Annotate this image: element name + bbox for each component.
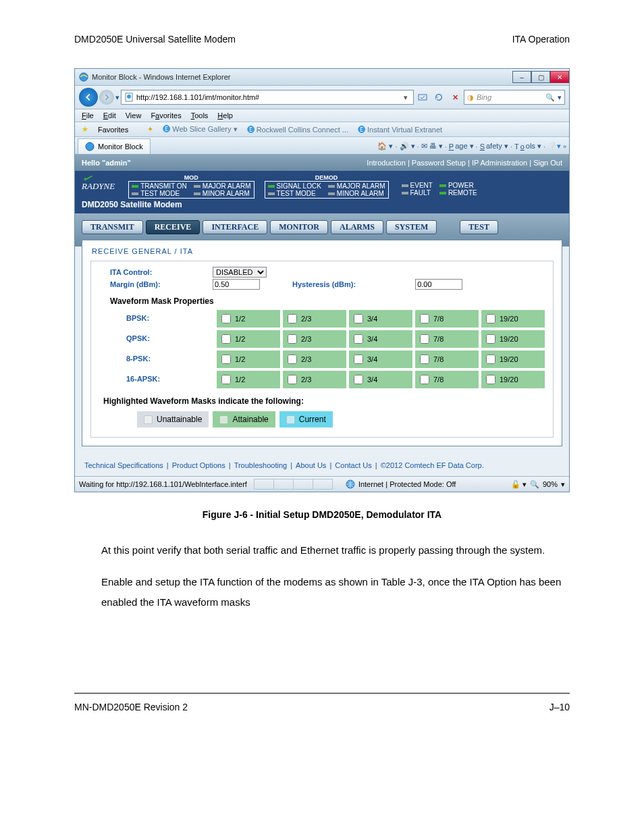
search-box[interactable]: ◑ Bing 🔍 ▾ xyxy=(464,90,565,105)
read-mail-icon[interactable]: ✉ xyxy=(421,142,427,151)
suggested-sites-icon[interactable]: ✦ xyxy=(147,125,153,134)
menu-tools[interactable]: Tools xyxy=(191,111,209,120)
tab-test[interactable]: TEST xyxy=(460,220,498,234)
16apsk-78[interactable]: 7/8 xyxy=(415,371,479,388)
16apsk-12[interactable]: 1/2 xyxy=(217,371,280,388)
led-fault xyxy=(402,192,408,194)
stop-icon[interactable]: ✕ xyxy=(448,90,462,104)
menu-file[interactable]: File xyxy=(82,111,94,120)
url-input[interactable] xyxy=(136,93,401,101)
8psk-1920[interactable]: 19/20 xyxy=(481,350,545,368)
expand-icon[interactable]: » xyxy=(563,143,566,150)
8psk-12[interactable]: 1/2 xyxy=(217,350,280,368)
tab-interface[interactable]: INTERFACE xyxy=(203,220,267,234)
menu-edit[interactable]: Edit xyxy=(103,111,116,120)
led-transmit-on xyxy=(132,185,138,188)
menu-view[interactable]: View xyxy=(126,111,142,120)
svg-point-4 xyxy=(86,142,94,151)
qpsk-78[interactable]: 7/8 xyxy=(415,330,479,348)
page-icon xyxy=(124,93,134,102)
header-links[interactable]: Introduction | Password Setup | IP Admin… xyxy=(367,159,562,167)
zoom-level[interactable]: 90% xyxy=(543,480,558,488)
waveform-title: Waveform Mask Properties xyxy=(99,290,545,310)
led-mod-major xyxy=(194,185,200,188)
qpsk-1920[interactable]: 19/20 xyxy=(481,330,545,348)
led-remote xyxy=(439,192,446,194)
qpsk-12[interactable]: 1/2 xyxy=(217,330,280,348)
browser-tab[interactable]: Monitor Block xyxy=(78,138,151,154)
home-icon[interactable]: 🏠 ▾ xyxy=(377,142,393,151)
url-dropdown-icon[interactable]: ▾ xyxy=(401,93,410,102)
tab-system[interactable]: SYSTEM xyxy=(386,220,437,234)
led-demod-minor xyxy=(328,192,335,195)
compat-view-icon[interactable] xyxy=(415,90,430,104)
menu-help[interactable]: Help xyxy=(217,111,233,120)
waveform-grid: BPSK: 1/2 2/3 3/4 7/8 19/20 QPSK: 1/2 2/… xyxy=(99,310,545,388)
bpsk-23[interactable]: 2/3 xyxy=(283,310,346,328)
bpsk-12[interactable]: 1/2 xyxy=(217,310,280,328)
legend-current: Current xyxy=(279,411,333,427)
led-demod-major xyxy=(328,185,335,188)
zoom-dropdown-icon[interactable]: ▾ xyxy=(561,480,565,489)
menu-favorites[interactable]: Favorites xyxy=(151,111,181,120)
tab-receive[interactable]: RECEIVE xyxy=(146,220,200,234)
forward-button[interactable] xyxy=(99,90,114,105)
modem-name: DMD2050 Satellite Modem xyxy=(75,200,569,213)
address-bar[interactable]: ▾ xyxy=(121,90,414,105)
ita-control-select[interactable]: DISABLED xyxy=(213,267,267,278)
16apsk-23[interactable]: 2/3 xyxy=(283,371,346,388)
hysteresis-label: Hysteresis (dBm): xyxy=(292,280,356,288)
safety-menu[interactable]: Safety ▾ xyxy=(480,142,508,151)
16apsk-1920[interactable]: 19/20 xyxy=(481,371,545,388)
recent-pages-dropdown[interactable]: ▾ xyxy=(115,93,119,102)
fav-extranet[interactable]: 🅔 Instant Virtual Extranet xyxy=(358,126,442,134)
close-button[interactable]: ✕ xyxy=(550,71,569,83)
zoom-icon[interactable]: 🔍 xyxy=(530,480,539,489)
favorites-label[interactable]: Favorites xyxy=(98,126,128,134)
tab-transmit[interactable]: TRANSMIT xyxy=(82,220,143,234)
8psk-78[interactable]: 7/8 xyxy=(415,350,479,368)
bpsk-1920[interactable]: 19/20 xyxy=(481,310,545,328)
figure-caption: Figure J-6 - Initial Setup DMD2050E, Dem… xyxy=(74,509,570,520)
led-demod-test xyxy=(268,192,275,195)
footer-links[interactable]: Technical Specifications | Product Optio… xyxy=(75,456,569,476)
back-button[interactable] xyxy=(79,88,98,107)
search-engine-label: Bing xyxy=(477,93,491,101)
8psk-23[interactable]: 2/3 xyxy=(283,350,346,368)
row-16apsk: 16-APSK: xyxy=(99,371,214,388)
led-event xyxy=(402,184,408,187)
hysteresis-input[interactable] xyxy=(415,279,462,290)
feeds-icon[interactable]: 🔊 ▾ xyxy=(400,142,415,151)
protected-mode-icon[interactable]: 🔓 ▾ xyxy=(511,480,527,489)
bpsk-34[interactable]: 3/4 xyxy=(349,310,412,328)
highlight-note: Highlighted Waveform Masks indicate the … xyxy=(99,388,545,411)
help-icon[interactable]: ❔▾ xyxy=(547,142,561,151)
led-mod-minor xyxy=(194,192,200,195)
legend-attainable: Attainable xyxy=(213,411,275,427)
minimize-button[interactable]: – xyxy=(512,71,531,83)
tab-monitor[interactable]: MONITOR xyxy=(270,220,328,234)
row-qpsk: QPSK: xyxy=(99,330,214,348)
tab-alarms[interactable]: ALARMS xyxy=(331,220,383,234)
doc-header-left: DMD2050E Universal Satellite Modem xyxy=(74,34,236,45)
fav-rockwell[interactable]: 🅔 Rockwell Collins Connect ... xyxy=(247,126,348,134)
favorites-star-icon[interactable]: ★ xyxy=(82,125,88,134)
print-icon[interactable]: 🖶 ▾ xyxy=(429,142,443,151)
page-footer-left: MN-DMD2050E Revision 2 xyxy=(74,702,188,712)
search-dropdown-icon[interactable]: ▾ xyxy=(555,93,562,102)
margin-input[interactable] xyxy=(213,279,260,290)
page-menu[interactable]: Page ▾ xyxy=(449,142,474,151)
8psk-34[interactable]: 3/4 xyxy=(349,350,412,368)
status-zone: Internet | Protected Mode: Off xyxy=(358,480,456,488)
led-power xyxy=(439,184,446,187)
fav-web-slice[interactable]: 🅔 Web Slice Gallery ▾ xyxy=(163,125,237,134)
qpsk-34[interactable]: 3/4 xyxy=(349,330,412,348)
qpsk-23[interactable]: 2/3 xyxy=(283,330,346,348)
bing-icon: ◑ xyxy=(467,93,474,102)
search-icon[interactable]: 🔍 xyxy=(545,93,555,102)
tools-menu[interactable]: Tools ▾ xyxy=(514,142,541,151)
16apsk-34[interactable]: 3/4 xyxy=(349,371,412,388)
maximize-button[interactable]: ▢ xyxy=(531,71,550,83)
bpsk-78[interactable]: 7/8 xyxy=(415,310,479,328)
refresh-icon[interactable] xyxy=(431,90,446,104)
